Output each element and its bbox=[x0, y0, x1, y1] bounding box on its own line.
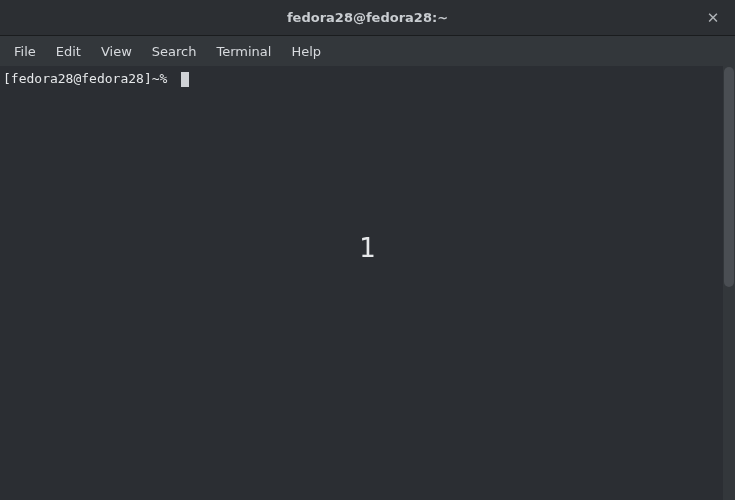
menu-view[interactable]: View bbox=[91, 40, 142, 63]
menu-search[interactable]: Search bbox=[142, 40, 207, 63]
window-title: fedora28@fedora28:~ bbox=[287, 10, 448, 25]
menu-edit[interactable]: Edit bbox=[46, 40, 91, 63]
cursor-icon bbox=[181, 72, 189, 87]
menu-terminal[interactable]: Terminal bbox=[206, 40, 281, 63]
menu-help[interactable]: Help bbox=[281, 40, 331, 63]
terminal-content[interactable]: [fedora28@fedora28]~% bbox=[0, 66, 735, 500]
shell-prompt: [fedora28@fedora28]~% bbox=[3, 70, 175, 88]
titlebar: fedora28@fedora28:~ ✕ bbox=[0, 0, 735, 36]
scrollbar-thumb[interactable] bbox=[724, 67, 734, 287]
menu-file[interactable]: File bbox=[4, 40, 46, 63]
menubar: File Edit View Search Terminal Help bbox=[0, 36, 735, 66]
prompt-line: [fedora28@fedora28]~% bbox=[3, 70, 731, 88]
scrollbar-track[interactable] bbox=[723, 66, 735, 500]
close-icon[interactable]: ✕ bbox=[703, 8, 723, 28]
